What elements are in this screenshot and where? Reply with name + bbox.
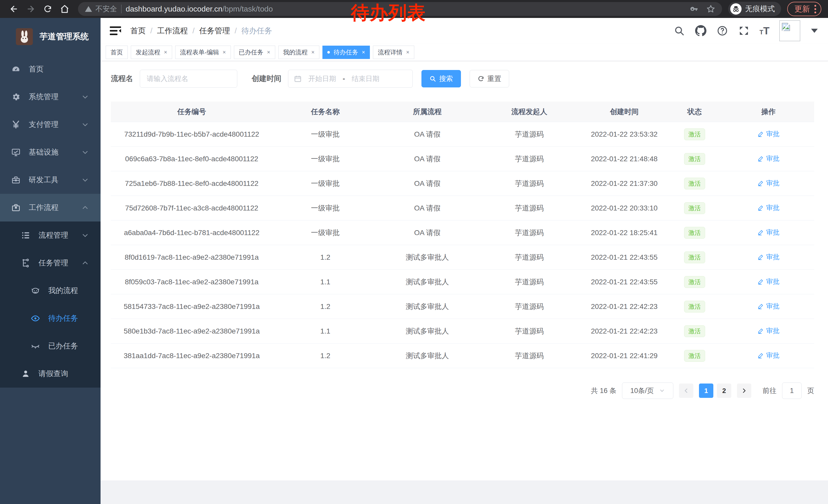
breadcrumb-item[interactable]: 工作流程 xyxy=(157,26,188,36)
cell-created-at: 2022-01-22 18:25:41 xyxy=(582,229,666,237)
sidebar-item-6[interactable]: 工作流程 xyxy=(0,194,100,222)
process-name-input[interactable]: 请输入流程名 xyxy=(140,70,237,88)
approve-button[interactable]: 审批 xyxy=(757,228,780,237)
sidebar-item-label: 任务管理 xyxy=(38,258,68,268)
hamburger-icon[interactable] xyxy=(110,26,121,36)
close-icon[interactable]: × xyxy=(164,49,167,56)
tab-5[interactable]: 我的流程× xyxy=(278,46,320,59)
approve-button[interactable]: 审批 xyxy=(757,130,780,138)
user-icon xyxy=(21,369,30,379)
search-icon[interactable] xyxy=(673,25,685,37)
sidebar-item-8[interactable]: 任务管理 xyxy=(0,249,100,277)
prev-page-button[interactable] xyxy=(679,383,693,398)
date-range-picker[interactable]: 开始日期 - 结束日期 xyxy=(288,70,413,88)
cell-created-at: 2022-01-22 21:48:48 xyxy=(582,155,666,163)
key-icon[interactable] xyxy=(690,5,699,13)
tab-7[interactable]: 流程详情× xyxy=(373,46,414,59)
cell-status: 激活 xyxy=(666,227,722,239)
cell-action: 审批 xyxy=(723,228,814,238)
yen-icon xyxy=(11,120,20,129)
cell-task-id: 725a1eb6-7b88-11ec-8ef0-acde48001122 xyxy=(111,179,273,188)
page-button-1[interactable]: 1 xyxy=(699,383,713,398)
robot-icon xyxy=(31,286,40,295)
breadcrumb-item[interactable]: 任务管理 xyxy=(199,26,230,36)
sidebar-item-5[interactable]: 研发工具 xyxy=(0,166,100,194)
tab-6[interactable]: 待办任务× xyxy=(322,46,370,59)
cell-created-at: 2022-01-21 22:42:23 xyxy=(582,303,666,311)
sidebar-item-4[interactable]: 基础设施 xyxy=(0,138,100,166)
tab-label: 流程详情 xyxy=(378,48,403,56)
column-header: 状态 xyxy=(666,107,722,117)
help-icon[interactable] xyxy=(716,25,728,37)
forward-icon[interactable] xyxy=(24,2,38,16)
cell-task-name: 1.1 xyxy=(273,278,378,286)
page-button-2[interactable]: 2 xyxy=(717,383,731,398)
tab-1[interactable]: 首页 xyxy=(106,46,128,59)
close-icon[interactable]: × xyxy=(362,49,365,56)
cell-process: OA 请假 xyxy=(378,179,477,188)
avatar[interactable] xyxy=(779,20,800,41)
sidebar-item-2[interactable]: 系统管理 xyxy=(0,83,100,111)
approve-button[interactable]: 审批 xyxy=(757,277,780,286)
font-size-icon[interactable]: TT xyxy=(759,25,770,37)
cell-initiator: 芋道源码 xyxy=(477,154,582,164)
cell-process: OA 请假 xyxy=(378,154,477,164)
security-indicator[interactable]: 不安全 xyxy=(85,4,117,14)
approve-button[interactable]: 审批 xyxy=(757,203,780,212)
bookmark-star-icon[interactable] xyxy=(706,4,715,13)
close-icon[interactable]: × xyxy=(267,49,271,56)
sidebar-item-1[interactable]: 首页 xyxy=(0,55,100,83)
tab-3[interactable]: 流程表单-编辑× xyxy=(175,46,231,59)
search-button[interactable]: 搜索 xyxy=(421,70,461,87)
update-button[interactable]: 更新 xyxy=(787,2,821,16)
sidebar-item-7[interactable]: 流程管理 xyxy=(0,222,100,249)
fullscreen-icon[interactable] xyxy=(738,25,750,37)
approve-button[interactable]: 审批 xyxy=(757,253,780,262)
table-row: a6aba0a4-7b6d-11ec-b781-acde48001122一级审批… xyxy=(111,221,814,245)
page-size-select[interactable]: 10条/页 xyxy=(622,382,673,399)
table-row: 73211d9d-7b9b-11ec-b5b7-acde48001122一级审批… xyxy=(111,122,814,147)
cell-initiator: 芋道源码 xyxy=(477,179,582,188)
avatar-caret-icon[interactable] xyxy=(811,29,818,33)
sidebar-item-12[interactable]: 请假查询 xyxy=(0,360,100,387)
approve-button[interactable]: 审批 xyxy=(757,302,780,311)
reset-button[interactable]: 重置 xyxy=(470,70,509,87)
cell-process: 测试多审批人 xyxy=(378,326,477,336)
toolbox-icon xyxy=(11,175,20,185)
close-icon[interactable]: × xyxy=(312,49,315,56)
app-title: 芋道管理系统 xyxy=(40,31,89,42)
divider xyxy=(121,5,122,13)
sidebar-item-9[interactable]: 我的流程 xyxy=(0,277,100,305)
cell-initiator: 芋道源码 xyxy=(477,326,582,336)
cell-created-at: 2022-01-22 21:37:30 xyxy=(582,179,666,188)
approve-button[interactable]: 审批 xyxy=(757,326,780,335)
approve-button[interactable]: 审批 xyxy=(757,154,780,163)
breadcrumb-separator: / xyxy=(192,27,195,35)
reload-icon[interactable] xyxy=(41,2,55,16)
breadcrumb-item[interactable]: 首页 xyxy=(130,26,146,36)
tab-label: 我的流程 xyxy=(283,48,308,56)
back-icon[interactable] xyxy=(7,2,21,16)
sidebar-item-11[interactable]: 已办任务 xyxy=(0,332,100,360)
sidebar-item-label: 支付管理 xyxy=(29,120,58,130)
sidebar-item-3[interactable]: 支付管理 xyxy=(0,111,100,138)
pagination: 共 16 条 10条/页 12 前往 1 页 xyxy=(111,382,814,399)
cell-task-name: 1.2 xyxy=(273,303,378,311)
goto-page-input[interactable]: 1 xyxy=(782,382,801,399)
browser-menu-icon[interactable] xyxy=(815,5,816,13)
next-page-button[interactable] xyxy=(737,383,751,398)
search-button-icon xyxy=(429,75,436,82)
sidebar-item-10[interactable]: 待办任务 xyxy=(0,305,100,332)
eye-icon xyxy=(31,314,40,323)
tab-4[interactable]: 已办任务× xyxy=(234,46,275,59)
github-icon[interactable] xyxy=(695,25,707,37)
cell-action: 审批 xyxy=(723,130,814,139)
cell-task-id: 069c6a63-7b8a-11ec-8ef0-acde48001122 xyxy=(111,155,273,163)
close-icon[interactable]: × xyxy=(223,49,226,56)
approve-button[interactable]: 审批 xyxy=(757,351,780,360)
approve-button[interactable]: 审批 xyxy=(757,179,780,188)
home-icon[interactable] xyxy=(57,2,72,16)
tab-2[interactable]: 发起流程× xyxy=(131,46,172,59)
app-logo-row[interactable]: 芋道管理系统 xyxy=(0,18,100,55)
close-icon[interactable]: × xyxy=(406,49,409,56)
